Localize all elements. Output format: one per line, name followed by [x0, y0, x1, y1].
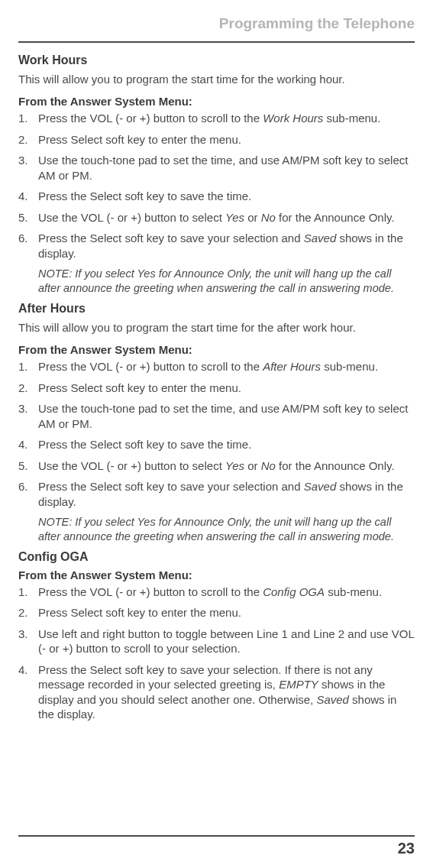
text: Press the Select soft key to save your s… [38, 480, 304, 493]
work-hours-intro: This will allow you to program the start… [18, 72, 415, 87]
text: for the Announce Only. [276, 459, 395, 472]
page-footer: 23 [18, 835, 415, 857]
text: or [244, 459, 261, 472]
after-hours-heading: After Hours [18, 302, 415, 316]
list-item: Press the VOL (- or +) button to scroll … [18, 111, 415, 126]
text-italic: EMPTY [279, 678, 318, 691]
work-hours-heading: Work Hours [18, 53, 415, 67]
text: Press the Select soft key to save your s… [38, 232, 304, 245]
after-hours-steps: Press the VOL (- or +) button to scroll … [18, 359, 415, 509]
text: Use the VOL (- or +) button to select [38, 211, 225, 224]
text-italic: Config OGA [263, 585, 325, 598]
list-item: Press the Select soft key to save your s… [18, 231, 415, 261]
list-item: Press the Select soft key to save the ti… [18, 189, 415, 204]
text: for the Announce Only. [276, 211, 395, 224]
text-italic: No [261, 211, 276, 224]
text: sub-menu. [325, 585, 382, 598]
list-item: Use the touch-tone pad to set the time, … [18, 153, 415, 183]
text-italic: Saved [316, 693, 349, 706]
list-item: Use the VOL (- or +) button to select Ye… [18, 210, 415, 225]
after-hours-subheading: From the Answer System Menu: [18, 343, 415, 356]
config-oga-subheading: From the Answer System Menu: [18, 568, 415, 581]
list-item: Press Select soft key to enter the menu. [18, 605, 415, 620]
page-header-title: Programming the Telephone [18, 15, 415, 32]
list-item: Press the Select soft key to save your s… [18, 479, 415, 509]
text-italic: Work Hours [263, 112, 323, 125]
text: Press the VOL (- or +) button to scroll … [38, 585, 263, 598]
text-italic: Saved [304, 232, 337, 245]
work-hours-steps: Press the VOL (- or +) button to scroll … [18, 111, 415, 261]
text: Press the VOL (- or +) button to scroll … [38, 112, 263, 125]
header-divider [18, 41, 415, 43]
list-item: Press the Select soft key to save the ti… [18, 437, 415, 452]
text-italic: No [261, 459, 276, 472]
after-hours-note: NOTE: If you select Yes for Announce Onl… [18, 515, 415, 544]
list-item: Press Select soft key to enter the menu. [18, 381, 415, 396]
text-italic: Yes [225, 211, 244, 224]
after-hours-intro: This will allow you to program the start… [18, 320, 415, 335]
text: sub-menu. [321, 360, 378, 373]
list-item: Press the Select soft key to save your s… [18, 662, 415, 722]
config-oga-heading: Config OGA [18, 550, 415, 564]
work-hours-subheading: From the Answer System Menu: [18, 95, 415, 108]
list-item: Press Select soft key to enter the menu. [18, 132, 415, 147]
config-oga-steps: Press the VOL (- or +) button to scroll … [18, 585, 415, 722]
work-hours-note: NOTE: If you select Yes for Announce Onl… [18, 267, 415, 296]
text: Use the VOL (- or +) button to select [38, 459, 225, 472]
list-item: Press the VOL (- or +) button to scroll … [18, 359, 415, 374]
list-item: Press the VOL (- or +) button to scroll … [18, 585, 415, 600]
text: sub-menu. [323, 112, 380, 125]
text-italic: Yes [225, 459, 244, 472]
page-number: 23 [18, 840, 415, 857]
text: or [244, 211, 261, 224]
list-item: Use the touch-tone pad to set the time, … [18, 401, 415, 431]
footer-divider [18, 835, 415, 837]
text-italic: Saved [304, 480, 337, 493]
list-item: Use left and right button to toggle betw… [18, 627, 415, 656]
text: Press the VOL (- or +) button to scroll … [38, 360, 263, 373]
list-item: Use the VOL (- or +) button to select Ye… [18, 458, 415, 474]
text-italic: After Hours [263, 360, 321, 373]
